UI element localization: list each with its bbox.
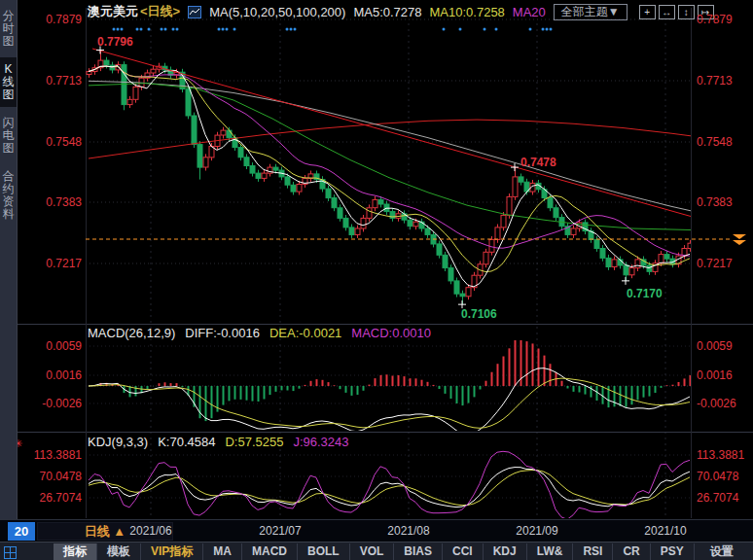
macd-header: MACD(26,12,9) DIFF:-0.0016 DEA:-0.0021 M…: [88, 326, 431, 340]
symbol-name: 澳元美元: [88, 3, 138, 20]
tab-macd[interactable]: MACD: [242, 543, 298, 560]
month-label: 2021/08: [387, 524, 429, 538]
ma-settings-label: MA(5,10,20,50,100,200): [209, 5, 345, 19]
macd-axis-label: -0.0026: [697, 397, 751, 410]
kdj-axis-label: 26.7074: [697, 491, 751, 505]
price-axis-label: 0.7217: [697, 257, 751, 270]
kdj-j-value: J:96.3243: [293, 435, 348, 449]
sidebar-item-time-chart[interactable]: 分时图: [0, 4, 17, 53]
macd-diff-value: DIFF:-0.0016: [185, 326, 260, 340]
tab-vip-indicators[interactable]: VIP指标: [141, 543, 203, 560]
tab-psy[interactable]: PSY: [651, 543, 695, 560]
month-label: 2021/10: [644, 524, 686, 538]
left-sidebar: 分时图 K线图 闪电图 合约资料: [0, 0, 18, 519]
period-label[interactable]: <日线>: [140, 3, 180, 20]
tab-templates[interactable]: 模板: [97, 543, 141, 560]
current-price-marker: [733, 234, 746, 246]
timeline-bar: 20 日线 ▲ 2021/06 2021/07 2021/08 2021/09 …: [0, 519, 753, 542]
kdj-axis-label: 70.0478: [697, 470, 751, 483]
tab-settings[interactable]: 设置: [700, 543, 743, 560]
tab-vol[interactable]: VOL: [350, 543, 395, 560]
price-axis-label: 0.7879: [697, 13, 751, 26]
kdj-k-value: K:70.4584: [158, 435, 215, 449]
tab-cr[interactable]: CR: [613, 543, 650, 560]
macd-axis-label: -0.0026: [19, 397, 82, 410]
kdj-header: KDJ(9,3,3) K:70.4584 D:57.5255 J:96.3243: [88, 435, 349, 449]
macd-macd-value: MACD:0.0010: [351, 326, 431, 340]
ma10-value: MA10:0.7258: [430, 5, 505, 19]
sidebar-item-contract-info[interactable]: 合约资料: [0, 164, 17, 227]
kdj-axis-label: 70.0478: [19, 470, 82, 483]
price-axis-label: 0.7548: [19, 135, 82, 149]
scale-y-icon[interactable]: ↕: [678, 5, 695, 19]
chart-header: 澳元美元 <日线> MA(5,10,20,50,100,200) MA5:0.7…: [88, 3, 693, 20]
bar-count-badge: 20: [8, 522, 35, 541]
price-axis-label: 0.7879: [19, 13, 82, 26]
tab-boll[interactable]: BOLL: [298, 543, 350, 560]
kdj-axis-label: 113.3881: [19, 448, 82, 462]
indicator-toolbar: 指标 模板 VIP指标 MA MACD BOLL VOL BIAS CCI KD…: [0, 542, 753, 560]
month-label: 2021/09: [516, 524, 557, 538]
low-annotation: 0.7106: [461, 307, 497, 321]
ma20-value: MA20: [513, 5, 546, 19]
ma5-value: MA5:0.7278: [353, 5, 421, 19]
candlestick-chart-icon[interactable]: [188, 6, 201, 18]
macd-axis-label: 0.0059: [697, 339, 751, 353]
macd-dea-value: DEA:-0.0021: [269, 326, 341, 340]
tab-kdj[interactable]: KDJ: [484, 543, 527, 560]
chart-canvas[interactable]: [0, 0, 753, 560]
month-label: 2021/07: [259, 524, 301, 538]
price-axis-label: 0.7548: [697, 135, 751, 149]
macd-axis-label: 0.0016: [19, 368, 82, 382]
tab-cci[interactable]: CCI: [443, 543, 484, 560]
kdj-axis-label: 113.3881: [697, 448, 751, 462]
macd-axis-label: 0.0016: [697, 368, 751, 382]
tab-bias[interactable]: BIAS: [394, 543, 443, 560]
tab-indicators[interactable]: 指标: [54, 543, 97, 560]
price-axis-label: 0.7713: [697, 74, 751, 88]
kdj-d-value: D:57.5255: [225, 435, 283, 449]
price-axis-label: 0.7713: [19, 74, 82, 88]
price-axis-label: 0.7383: [697, 195, 751, 209]
sidebar-item-kline-chart[interactable]: K线图: [0, 57, 17, 107]
app-window: 分时图 K线图 闪电图 合约资料 澳元美元 <日线> MA(5,10,20,50…: [0, 0, 753, 560]
sidebar-item-lightning-chart[interactable]: 闪电图: [0, 111, 17, 160]
rally-high-annotation: 0.7478: [520, 156, 556, 169]
tab-ma[interactable]: MA: [203, 543, 242, 560]
theme-dropdown-button[interactable]: 全部主题▼: [554, 4, 628, 20]
macd-axis-label: 0.0059: [19, 339, 82, 353]
kdj-axis-label: 26.7074: [19, 491, 82, 505]
tab-rsi[interactable]: RSI: [573, 543, 613, 560]
macd-title: MACD(26,12,9): [88, 326, 175, 340]
recent-low-annotation: 0.7170: [627, 287, 663, 300]
tab-lwr[interactable]: LW&: [527, 543, 574, 560]
move-icon[interactable]: +: [639, 5, 656, 19]
high-annotation: 0.7796: [97, 35, 133, 49]
kdj-title: KDJ(9,3,3): [88, 435, 148, 449]
price-axis-label: 0.7217: [19, 257, 82, 270]
month-label: 2021/06: [129, 524, 171, 538]
scale-x-icon[interactable]: ↔: [659, 5, 675, 19]
price-axis-label: 0.7383: [19, 195, 82, 209]
layout-grid-icon[interactable]: [4, 545, 17, 558]
